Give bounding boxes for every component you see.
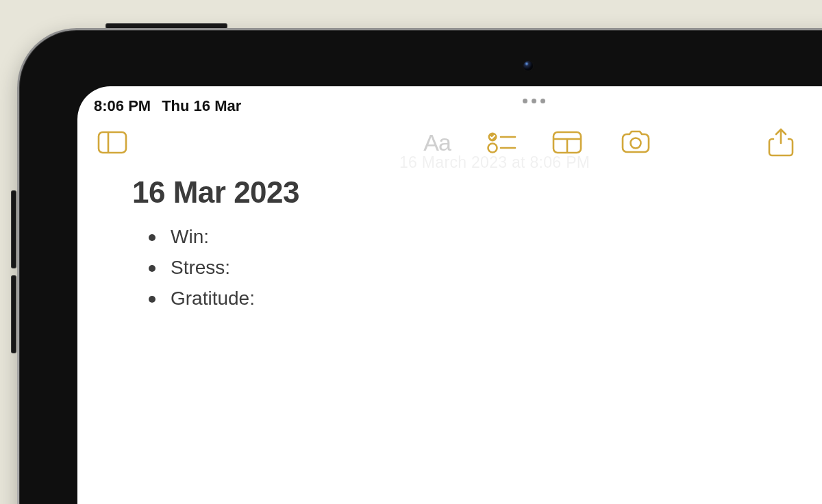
text-format-icon: Aa: [423, 129, 451, 156]
checklist-icon: [486, 131, 516, 154]
camera-icon: [620, 130, 651, 155]
note-bullet-list: Win: Stress: Gratitude:: [132, 222, 822, 314]
svg-rect-0: [99, 132, 126, 153]
text-format-button[interactable]: Aa: [419, 129, 456, 156]
svg-point-4: [488, 144, 497, 153]
status-time: 8:06 PM: [94, 97, 151, 115]
note-body[interactable]: 16 Mar 2023 Win: Stress: Gratitude:: [132, 175, 822, 314]
device-volume-up: [11, 190, 16, 268]
multitask-indicator[interactable]: [523, 99, 545, 103]
share-button[interactable]: [762, 129, 799, 156]
share-icon: [768, 128, 794, 157]
insert-table-button[interactable]: [549, 129, 586, 156]
checklist-button[interactable]: [483, 129, 520, 156]
note-modified-timestamp: 16 March 2023 at 8:06 PM: [399, 153, 590, 172]
list-item: Stress:: [139, 253, 822, 284]
app-screen: 8:06 PM Thu 16 Mar Aa: [77, 86, 822, 504]
status-bar: 8:06 PM Thu 16 Mar: [77, 86, 822, 115]
sidebar-icon: [97, 131, 127, 154]
device-volume-down: [11, 275, 16, 353]
svg-point-9: [631, 138, 641, 149]
note-title: 16 Mar 2023: [132, 175, 822, 210]
dot-icon: [532, 99, 536, 103]
list-item: Win:: [139, 222, 822, 253]
insert-media-button[interactable]: [617, 129, 654, 156]
toggle-sidebar-button[interactable]: [94, 129, 131, 156]
status-date: Thu 16 Mar: [162, 97, 241, 115]
table-icon: [552, 131, 582, 154]
list-item: Gratitude:: [139, 284, 822, 314]
dot-icon: [540, 99, 545, 103]
camera-dot: [523, 61, 533, 71]
dot-icon: [523, 99, 527, 103]
